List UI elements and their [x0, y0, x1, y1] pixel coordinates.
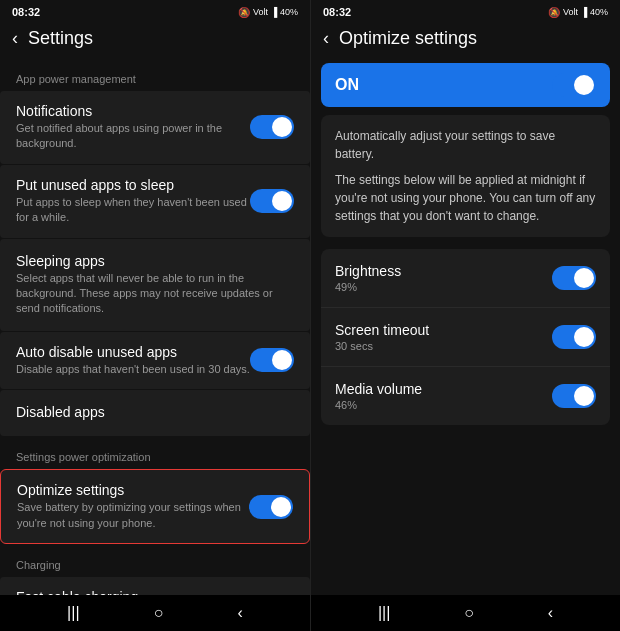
setting-title-sleeping-apps: Sleeping apps	[16, 253, 294, 269]
toggle-auto-disable[interactable]	[250, 348, 294, 372]
opt-title-brightness: Brightness	[335, 263, 552, 279]
spacer-right	[311, 429, 620, 595]
section-header-0: App power management	[0, 59, 310, 91]
toggle-optimize[interactable]	[249, 495, 293, 519]
opt-item-brightness[interactable]: Brightness 49%	[321, 249, 610, 308]
nav-home-icon-r[interactable]: ○	[464, 604, 474, 622]
opt-value-media-volume: 46%	[335, 399, 552, 411]
status-bar-left: 08:32 🔕 Volt ▐ 40%	[0, 0, 310, 22]
nav-bar-left: ||| ○ ‹	[0, 595, 310, 631]
nav-menu-icon[interactable]: |||	[67, 604, 79, 622]
left-scroll-area[interactable]: App power management Notifications Get n…	[0, 59, 310, 595]
setting-item-unused-sleep[interactable]: Put unused apps to sleep Put apps to sle…	[0, 165, 310, 238]
setting-title-optimize: Optimize settings	[17, 482, 249, 498]
setting-desc-unused-sleep: Put apps to sleep when they haven't been…	[16, 195, 250, 226]
right-panel: 08:32 🔕 Volt ▐ 40% ‹ Optimize settings O…	[310, 0, 620, 631]
setting-text-sleeping-apps: Sleeping apps Select apps that will neve…	[16, 253, 294, 317]
setting-item-optimize[interactable]: Optimize settings Save battery by optimi…	[0, 469, 310, 544]
time-right: 08:32	[323, 6, 351, 18]
time-left: 08:32	[12, 6, 40, 18]
nav-back-icon-r[interactable]: ‹	[548, 604, 553, 622]
nav-bar-right: ||| ○ ‹	[311, 595, 620, 631]
setting-desc-sleeping-apps: Select apps that will never be able to r…	[16, 271, 294, 317]
notification-icon: 🔕	[238, 7, 250, 18]
opt-value-brightness: 49%	[335, 281, 552, 293]
setting-item-auto-disable[interactable]: Auto disable unused apps Disable apps th…	[0, 332, 310, 389]
status-icons-right: 🔕 Volt ▐ 40%	[548, 7, 608, 18]
optimize-desc-2: The settings below will be applied at mi…	[335, 171, 596, 225]
toggle-optimize-main[interactable]	[552, 73, 596, 97]
opt-text-media-volume: Media volume 46%	[335, 381, 552, 411]
opt-item-media-volume[interactable]: Media volume 46%	[321, 367, 610, 425]
opt-item-screen-timeout[interactable]: Screen timeout 30 secs	[321, 308, 610, 367]
setting-item-notifications[interactable]: Notifications Get notified about apps us…	[0, 91, 310, 164]
opt-title-screen-timeout: Screen timeout	[335, 322, 552, 338]
setting-text-auto-disable: Auto disable unused apps Disable apps th…	[16, 344, 250, 377]
top-bar-right: ‹ Optimize settings	[311, 22, 620, 59]
left-title: Settings	[28, 28, 93, 49]
toggle-notifications[interactable]	[250, 115, 294, 139]
setting-item-disabled-apps[interactable]: Disabled apps	[0, 390, 310, 436]
setting-item-fast-cable[interactable]: Fast cable charging Charge your battery …	[0, 577, 310, 595]
right-title: Optimize settings	[339, 28, 477, 49]
section-header-1: Settings power optimization	[0, 437, 310, 469]
setting-title-disabled-apps: Disabled apps	[16, 404, 294, 420]
toggle-brightness[interactable]	[552, 266, 596, 290]
status-icons-left: 🔕 Volt ▐ 40%	[238, 7, 298, 18]
signal-icon: Volt	[253, 7, 268, 17]
setting-title-notifications: Notifications	[16, 103, 250, 119]
setting-text-notifications: Notifications Get notified about apps us…	[16, 103, 250, 152]
optimize-desc-box: Automatically adjust your settings to sa…	[321, 115, 610, 237]
optimize-on-label: ON	[335, 76, 359, 94]
setting-item-sleeping-apps[interactable]: Sleeping apps Select apps that will neve…	[0, 239, 310, 331]
optimize-desc-1: Automatically adjust your settings to sa…	[335, 127, 596, 163]
battery-icon: ▐ 40%	[271, 7, 298, 17]
nav-menu-icon-r[interactable]: |||	[378, 604, 390, 622]
left-panel: 08:32 🔕 Volt ▐ 40% ‹ Settings App power …	[0, 0, 310, 631]
opt-text-brightness: Brightness 49%	[335, 263, 552, 293]
toggle-screen-timeout[interactable]	[552, 325, 596, 349]
back-button-right[interactable]: ‹	[323, 28, 329, 49]
setting-desc-optimize: Save battery by optimizing your settings…	[17, 500, 249, 531]
toggle-media-volume[interactable]	[552, 384, 596, 408]
battery-icon-r: ▐ 40%	[581, 7, 608, 17]
setting-desc-notifications: Get notified about apps using power in t…	[16, 121, 250, 152]
opt-value-screen-timeout: 30 secs	[335, 340, 552, 352]
opt-text-screen-timeout: Screen timeout 30 secs	[335, 322, 552, 352]
setting-text-fast-cable: Fast cable charging Charge your battery …	[16, 589, 250, 595]
setting-desc-auto-disable: Disable apps that haven't been used in 3…	[16, 362, 250, 377]
section-header-2: Charging	[0, 545, 310, 577]
status-bar-right: 08:32 🔕 Volt ▐ 40%	[311, 0, 620, 22]
setting-text-optimize: Optimize settings Save battery by optimi…	[17, 482, 249, 531]
back-button-left[interactable]: ‹	[12, 28, 18, 49]
toggle-unused-sleep[interactable]	[250, 189, 294, 213]
setting-title-auto-disable: Auto disable unused apps	[16, 344, 250, 360]
setting-title-fast-cable: Fast cable charging	[16, 589, 250, 595]
setting-title-unused-sleep: Put unused apps to sleep	[16, 177, 250, 193]
optimize-on-bar[interactable]: ON	[321, 63, 610, 107]
nav-home-icon[interactable]: ○	[154, 604, 164, 622]
setting-text-unused-sleep: Put unused apps to sleep Put apps to sle…	[16, 177, 250, 226]
signal-icon-r: Volt	[563, 7, 578, 17]
notification-icon-r: 🔕	[548, 7, 560, 18]
setting-text-disabled-apps: Disabled apps	[16, 404, 294, 422]
opt-title-media-volume: Media volume	[335, 381, 552, 397]
optimize-settings-list: Brightness 49% Screen timeout 30 secs Me…	[321, 249, 610, 425]
top-bar-left: ‹ Settings	[0, 22, 310, 59]
nav-back-icon[interactable]: ‹	[238, 604, 243, 622]
